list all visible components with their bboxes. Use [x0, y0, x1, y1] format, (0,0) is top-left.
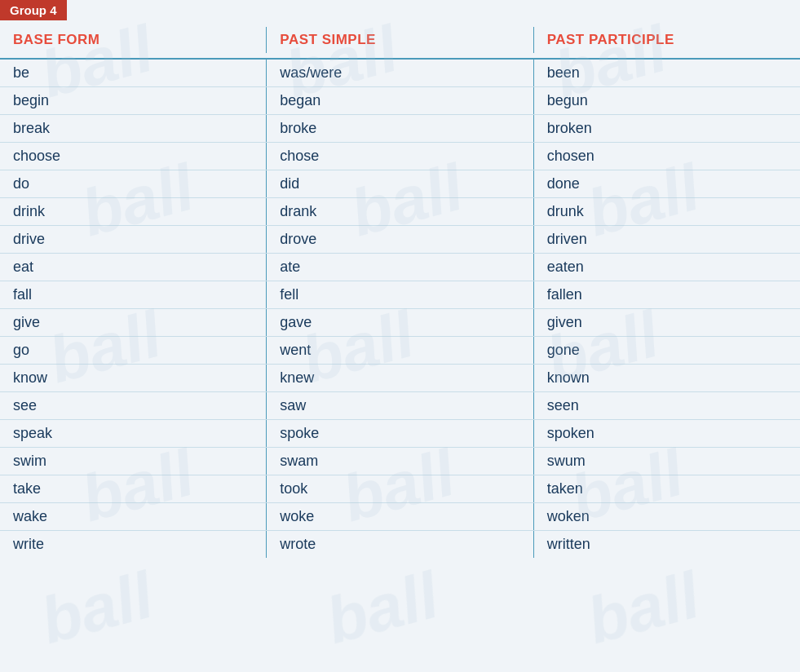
- cell-base: write: [0, 531, 267, 558]
- table-row: fall fell fallen: [0, 281, 800, 309]
- table-row: be was/were been: [0, 60, 800, 87]
- watermark: ball: [579, 558, 707, 660]
- cell-participle: spoken: [534, 420, 800, 447]
- cell-past: swam: [267, 448, 533, 475]
- cell-participle: woken: [534, 503, 800, 530]
- cell-past: fell: [267, 281, 533, 308]
- table-row: know knew known: [0, 365, 800, 392]
- cell-past: was/were: [267, 60, 533, 86]
- table-row: choose chose chosen: [0, 143, 800, 170]
- cell-base: fall: [0, 281, 267, 308]
- table-row: do did done: [0, 170, 800, 198]
- header-past-participle: PAST PARTICIPLE: [534, 27, 800, 53]
- page-container: ball ball ball ball ball ball ball ball …: [0, 0, 800, 558]
- cell-base: eat: [0, 254, 267, 281]
- cell-past: knew: [267, 365, 533, 391]
- cell-participle: chosen: [534, 143, 800, 170]
- table-row: break broke broken: [0, 115, 800, 143]
- cell-participle: known: [534, 365, 800, 391]
- header-base-form: BASE FORM: [0, 27, 267, 53]
- cell-base: know: [0, 365, 267, 391]
- watermark: ball: [318, 558, 446, 660]
- table-row: speak spoke spoken: [0, 420, 800, 448]
- cell-past: began: [267, 87, 533, 114]
- cell-base: see: [0, 392, 267, 419]
- cell-base: choose: [0, 143, 267, 170]
- table-row: eat ate eaten: [0, 254, 800, 281]
- cell-participle: swum: [534, 448, 800, 475]
- cell-base: speak: [0, 420, 267, 447]
- cell-base: take: [0, 475, 267, 502]
- cell-past: spoke: [267, 420, 533, 447]
- cell-base: do: [0, 170, 267, 197]
- cell-past: drove: [267, 226, 533, 253]
- cell-past: broke: [267, 115, 533, 142]
- cell-past: ate: [267, 254, 533, 281]
- cell-base: break: [0, 115, 267, 142]
- cell-participle: begun: [534, 87, 800, 114]
- cell-participle: taken: [534, 475, 800, 502]
- table-row: see saw seen: [0, 392, 800, 420]
- table-row: go went gone: [0, 337, 800, 365]
- cell-base: swim: [0, 448, 267, 475]
- cell-base: begin: [0, 87, 267, 114]
- group-badge: Group 4: [0, 0, 67, 20]
- cell-base: drive: [0, 226, 267, 253]
- table-row: begin began begun: [0, 87, 800, 115]
- cell-base: go: [0, 337, 267, 364]
- cell-base: wake: [0, 503, 267, 530]
- cell-base: be: [0, 60, 267, 86]
- cell-base: drink: [0, 198, 267, 225]
- cell-past: gave: [267, 309, 533, 336]
- table-row: give gave given: [0, 309, 800, 337]
- cell-past: woke: [267, 503, 533, 530]
- cell-participle: written: [534, 531, 800, 558]
- cell-past: wrote: [267, 531, 533, 558]
- cell-past: saw: [267, 392, 533, 419]
- cell-participle: given: [534, 309, 800, 336]
- cell-base: give: [0, 309, 267, 336]
- cell-participle: eaten: [534, 254, 800, 281]
- table-row: wake woke woken: [0, 503, 800, 531]
- cell-participle: seen: [534, 392, 800, 419]
- table-row: swim swam swum: [0, 448, 800, 475]
- header-past-simple: PAST SIMPLE: [267, 27, 533, 53]
- cell-participle: drunk: [534, 198, 800, 225]
- cell-past: took: [267, 475, 533, 502]
- table-body: be was/were been begin began begun break…: [0, 60, 800, 558]
- table-row: drink drank drunk: [0, 198, 800, 226]
- cell-participle: fallen: [534, 281, 800, 308]
- table-header: BASE FORM PAST SIMPLE PAST PARTICIPLE: [0, 20, 800, 60]
- cell-past: did: [267, 170, 533, 197]
- table-row: take took taken: [0, 475, 800, 503]
- cell-past: went: [267, 337, 533, 364]
- cell-past: chose: [267, 143, 533, 170]
- cell-participle: gone: [534, 337, 800, 364]
- table-row: write wrote written: [0, 531, 800, 558]
- cell-participle: done: [534, 170, 800, 197]
- cell-participle: driven: [534, 226, 800, 253]
- table-row: drive drove driven: [0, 226, 800, 254]
- cell-participle: been: [534, 60, 800, 86]
- cell-past: drank: [267, 198, 533, 225]
- cell-participle: broken: [534, 115, 800, 142]
- watermark: ball: [33, 558, 161, 660]
